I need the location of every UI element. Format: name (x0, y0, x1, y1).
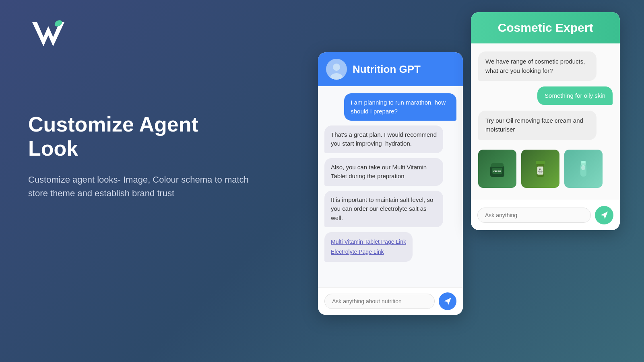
cosmetic-msg-bot-1: We have range of cosmetic products, what… (478, 51, 597, 81)
cosmetic-input-row (471, 200, 620, 230)
nutrition-msg-links: Multi Vitamin Tablet Page Link Electroly… (324, 232, 413, 262)
cosmetic-msg-user-1: Something for oily skin (537, 86, 613, 105)
nutrition-header-title: Nutrition GPT (353, 63, 421, 76)
cosmetic-send-button[interactable] (595, 206, 613, 224)
left-section: Customize Agent Look Customize agent loo… (28, 113, 250, 200)
nutrition-msg-bot-3: It is important to maintain salt level, … (324, 191, 443, 228)
svg-rect-15 (581, 161, 586, 163)
nutrition-messages: I am planning to run marathon, how shoul… (318, 86, 463, 287)
cosmetic-panel: Cosmetic Expert We have range of cosmeti… (471, 12, 620, 230)
cosmetic-send-icon (600, 211, 609, 220)
multivitamin-link[interactable]: Multi Vitamin Tablet Page Link (331, 237, 406, 247)
nutrition-msg-bot-2: Also, you can take our Multi Vitamin Tab… (324, 158, 443, 186)
cosmetic-input[interactable] (477, 208, 591, 223)
product-image-1: CREAM (478, 150, 516, 188)
nutrition-header: Nutrition GPT (318, 52, 463, 86)
svg-point-16 (581, 165, 585, 170)
svg-point-2 (330, 73, 343, 80)
cosmetic-messages: We have range of cosmetic products, what… (471, 43, 620, 200)
nutrition-avatar (326, 59, 347, 80)
electrolyte-link[interactable]: Electrolyte Page Link (331, 247, 406, 257)
cosmetic-msg-bot-2: Try our Oil removing face cream and mois… (478, 111, 597, 140)
nutrition-input[interactable] (324, 294, 435, 309)
product-images: CREAM 1% Salicylic Acid (478, 146, 603, 192)
send-icon (443, 297, 452, 306)
nutrition-panel: Nutrition GPT I am planning to run marat… (318, 52, 463, 315)
panels-container: Nutrition GPT I am planning to run marat… (318, 12, 620, 315)
nutrition-msg-bot-1: That's a great plan. I would recommend y… (324, 125, 443, 153)
svg-text:CREAM: CREAM (493, 170, 501, 173)
svg-text:1%: 1% (539, 168, 541, 170)
product-image-3 (564, 150, 603, 188)
svg-point-1 (333, 64, 340, 71)
cosmetic-header-title: Cosmetic Expert (498, 21, 593, 34)
nutrition-send-button[interactable] (439, 292, 456, 310)
nutrition-input-row (318, 287, 463, 315)
logo (28, 16, 68, 54)
svg-rect-8 (536, 161, 545, 164)
main-heading: Customize Agent Look (28, 113, 250, 161)
product-image-2: 1% Salicylic Acid (521, 150, 559, 188)
svg-rect-4 (491, 163, 504, 167)
nutrition-msg-user-1: I am planning to run marathon, how shoul… (344, 93, 456, 121)
svg-text:Acid: Acid (539, 172, 542, 174)
cosmetic-header: Cosmetic Expert (471, 12, 620, 43)
main-description: Customize agent looks- Image, Colour sch… (28, 173, 250, 200)
